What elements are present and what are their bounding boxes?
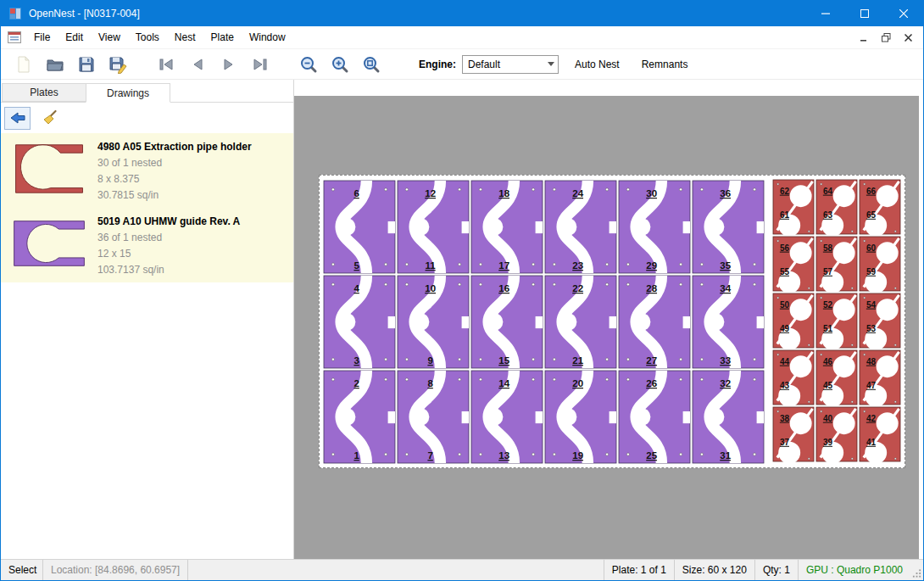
new-file-button[interactable] — [8, 52, 39, 77]
red-part-pair[interactable]: 5251 — [816, 293, 857, 350]
drill-hole — [851, 344, 853, 346]
purple-part-pair[interactable]: 1413 — [471, 371, 543, 463]
mdi-restore-button[interactable] — [877, 30, 894, 45]
purple-part-pair[interactable]: 3433 — [693, 276, 764, 368]
part-number: 45 — [823, 381, 833, 390]
purple-part-pair[interactable]: 2019 — [545, 371, 616, 463]
red-part-pair[interactable]: 6463 — [816, 180, 857, 237]
menu-file[interactable]: File — [26, 27, 58, 47]
nav-last-button[interactable] — [244, 52, 276, 77]
purple-part-pair[interactable]: 3231 — [693, 371, 764, 463]
purple-part-pair[interactable]: 21 — [324, 371, 395, 463]
purple-part-pair[interactable]: 2423 — [545, 181, 616, 273]
red-part-pair[interactable]: 4039 — [816, 407, 857, 464]
part-notch — [683, 221, 690, 233]
part-notch — [757, 411, 764, 423]
drawing-item[interactable]: 4980 A05 Extraction pipe holder30 of 1 n… — [1, 133, 293, 208]
close-icon — [899, 9, 908, 18]
red-part-pair[interactable]: 3837 — [773, 407, 814, 464]
close-button[interactable] — [884, 1, 923, 26]
red-part-pair[interactable]: 5857 — [816, 237, 857, 293]
menu-nest[interactable]: Nest — [167, 27, 203, 47]
mdi-minimize-icon — [860, 34, 868, 42]
red-part-pair[interactable]: 6059 — [860, 237, 900, 293]
red-part-pair[interactable]: 4645 — [816, 350, 857, 407]
purple-part-pair[interactable]: 2625 — [619, 371, 690, 463]
drawings-toolbar — [1, 103, 293, 133]
drill-hole — [458, 453, 460, 455]
purple-part-pair[interactable]: 3635 — [693, 181, 764, 273]
red-part-pair[interactable]: 5655 — [773, 237, 814, 293]
menu-window[interactable]: Window — [242, 27, 293, 47]
auto-nest-button[interactable]: Auto Nest — [569, 54, 626, 75]
red-part-pair[interactable]: 5049 — [773, 293, 814, 350]
resize-grip[interactable] — [910, 560, 923, 580]
drill-hole — [605, 358, 608, 360]
sidebar-empty-area — [1, 282, 293, 559]
purple-part-pair[interactable]: 1817 — [471, 181, 543, 273]
open-file-button[interactable] — [39, 52, 70, 77]
purple-part-pair[interactable]: 2827 — [619, 276, 690, 368]
purple-part-pair[interactable]: 43 — [324, 276, 395, 368]
red-part-pair[interactable]: 6261 — [773, 180, 814, 237]
nav-prev-button[interactable] — [181, 52, 213, 77]
purple-part-pair[interactable]: 1211 — [398, 181, 469, 273]
part-number: 29 — [646, 260, 657, 271]
purple-part-pair[interactable]: 109 — [398, 276, 469, 368]
clear-parts-button[interactable] — [36, 107, 63, 130]
purple-part-pair[interactable]: 87 — [398, 371, 469, 463]
canvas-background[interactable]: 6512111817242330293635431091615222128273… — [294, 96, 919, 559]
minimize-button[interactable] — [806, 1, 845, 26]
zoom-out-icon — [299, 55, 318, 74]
mdi-minimize-button[interactable] — [855, 30, 872, 45]
nav-first-button[interactable] — [150, 52, 181, 77]
drawing-title: 5019 A10 UHMW guide Rev. A — [97, 214, 240, 230]
menu-tools[interactable]: Tools — [128, 27, 167, 47]
drill-hole — [331, 358, 334, 360]
purple-part-pair[interactable]: 65 — [324, 181, 395, 273]
status-spacer — [188, 560, 604, 580]
part-number: 14 — [498, 378, 509, 388]
drill-hole — [851, 288, 853, 289]
tab-drawings[interactable]: Drawings — [86, 83, 170, 103]
plate[interactable]: 6512111817242330293635431091615222128273… — [319, 175, 905, 468]
status-plate-count: Plate: 1 of 1 — [604, 560, 674, 580]
engine-select[interactable]: Default — [462, 55, 559, 74]
app-icon — [8, 7, 22, 20]
menu-view[interactable]: View — [91, 27, 128, 47]
menu-edit[interactable]: Edit — [58, 27, 91, 47]
purple-part-pair[interactable]: 2221 — [545, 276, 616, 368]
part-number: 24 — [572, 188, 583, 198]
red-part-pair[interactable]: 5453 — [860, 293, 900, 350]
zoom-out-button[interactable] — [292, 52, 324, 77]
drill-hole — [532, 283, 534, 286]
part-number: 16 — [498, 283, 509, 293]
title-bar[interactable]: OpenNest - [N0317-004] — [1, 1, 923, 26]
save-as-button[interactable] — [102, 52, 133, 77]
return-part-button[interactable] — [4, 107, 31, 130]
save-button[interactable] — [70, 52, 102, 77]
nav-next-button[interactable] — [213, 52, 244, 77]
part-cutout — [559, 408, 576, 426]
drawing-size: 12 x 15 — [97, 246, 240, 262]
drill-hole — [777, 183, 779, 185]
purple-part-pair[interactable]: 1615 — [471, 276, 543, 368]
maximize-button[interactable] — [845, 1, 884, 26]
red-part-pair[interactable]: 4241 — [860, 407, 900, 464]
drill-hole — [405, 263, 408, 265]
red-part-pair[interactable]: 6665 — [860, 180, 900, 237]
zoom-in-button[interactable] — [324, 52, 355, 77]
red-part-pair[interactable]: 4443 — [773, 350, 814, 407]
drawing-item[interactable]: 5019 A10 UHMW guide Rev. A36 of 1 nested… — [1, 208, 293, 282]
part-number: 15 — [498, 355, 509, 366]
remnants-button[interactable]: Remnants — [636, 54, 694, 75]
status-mode: Select — [1, 560, 43, 580]
tab-plates[interactable]: Plates — [2, 83, 86, 102]
part-number: 40 — [823, 414, 833, 423]
mdi-close-button[interactable] — [899, 30, 916, 45]
purple-part-pair[interactable]: 3029 — [619, 181, 690, 273]
part-number: 3 — [353, 355, 359, 366]
red-part-pair[interactable]: 4847 — [860, 350, 900, 407]
zoom-fit-button[interactable] — [355, 52, 387, 77]
menu-plate[interactable]: Plate — [203, 27, 242, 47]
